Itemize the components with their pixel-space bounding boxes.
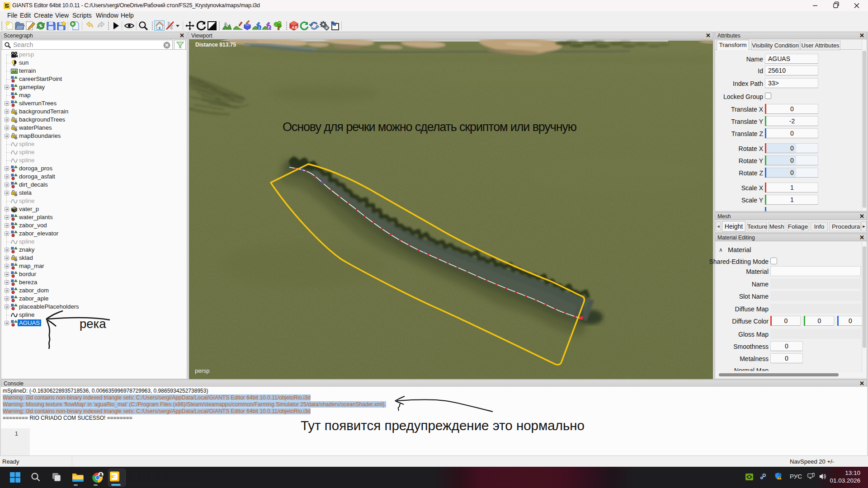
svg-text:Distance 813.75: Distance 813.75: [195, 42, 236, 48]
svg-text:F: F: [268, 25, 270, 30]
svg-text:persp: persp: [195, 367, 210, 374]
svg-text:Основу для речки можно сделать: Основу для речки можно сделать скриптом …: [283, 120, 577, 134]
svg-text:A: A: [292, 25, 295, 30]
svg-text:река: река: [80, 317, 106, 331]
svg-text:B: B: [295, 25, 298, 30]
